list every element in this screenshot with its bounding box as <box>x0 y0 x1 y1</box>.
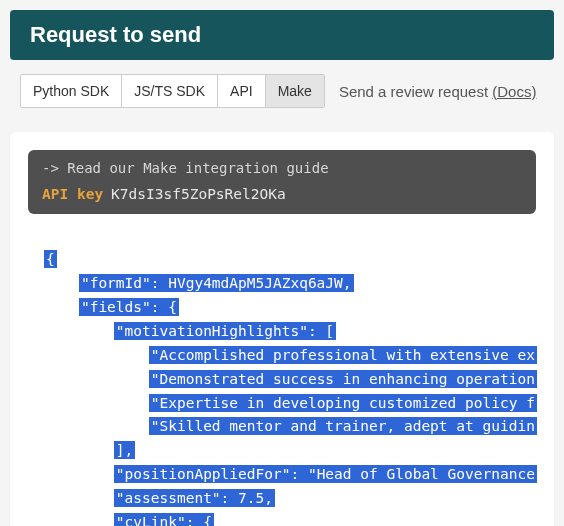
code-line: "cvLink": { <box>44 511 554 526</box>
code-line: "formId": HVgy4mdApM5JAZxq6aJW, <box>44 272 554 296</box>
code-highlight: "formId": HVgy4mdApM5JAZxq6aJW, <box>79 274 354 292</box>
panel-title: Request to send <box>30 22 201 47</box>
code-highlight: "Accomplished professional with extensiv… <box>149 346 537 364</box>
request-panel: -> Read our Make integration guide API k… <box>10 132 554 526</box>
code-line: "Accomplished professional with extensiv… <box>44 344 554 368</box>
code-highlight: ], <box>114 441 135 459</box>
api-key-bar: API keyK7dsI3sf5ZoPsRel2OKa <box>28 180 536 214</box>
code-highlight: "Demonstrated success in enhancing opera… <box>149 370 537 388</box>
code-highlight: "assessment": 7.5, <box>114 489 275 507</box>
code-highlight: "Expertise in developing customized poli… <box>149 394 537 412</box>
code-highlight: "Skilled mentor and trainer, adept at gu… <box>149 417 537 435</box>
code-highlight: "fields": { <box>79 298 179 316</box>
code-highlight: "cvLink": { <box>114 513 214 526</box>
tab-make[interactable]: Make <box>266 75 324 107</box>
code-line: "positionAppliedFor": "Head of Global Go… <box>44 463 554 487</box>
panel-header: Request to send <box>10 10 554 60</box>
code-line: "Expertise in developing customized poli… <box>44 392 554 416</box>
tab-python-sdk[interactable]: Python SDK <box>21 75 122 107</box>
code-line: ], <box>44 439 554 463</box>
code-line: "assessment": 7.5, <box>44 487 554 511</box>
code-highlight: { <box>44 250 57 268</box>
tab-js-ts-sdk[interactable]: JS/TS SDK <box>122 75 218 107</box>
code-line: { <box>44 248 554 272</box>
review-note-text: Send a review request <box>339 83 492 100</box>
review-note: Send a review request (Docs) <box>339 83 537 100</box>
integration-guide-bar[interactable]: -> Read our Make integration guide <box>28 150 536 180</box>
docs-link[interactable]: (Docs) <box>492 83 536 100</box>
code-line: "Demonstrated success in enhancing opera… <box>44 368 554 392</box>
code-highlight: "positionAppliedFor": "Head of Global Go… <box>114 465 537 483</box>
tab-api[interactable]: API <box>218 75 266 107</box>
api-key-label: API key <box>42 186 103 202</box>
api-key-value[interactable]: K7dsI3sf5ZoPsRel2OKa <box>111 186 286 202</box>
code-highlight: "motivationHighlights": [ <box>114 322 336 340</box>
code-line: "Skilled mentor and trainer, adept at gu… <box>44 415 554 439</box>
code-block[interactable]: { "formId": HVgy4mdApM5JAZxq6aJW, "field… <box>28 238 554 526</box>
code-line: "fields": { <box>44 296 554 320</box>
code-line: "motivationHighlights": [ <box>44 320 554 344</box>
tab-group: Python SDKJS/TS SDKAPIMake <box>20 74 325 108</box>
tab-row: Python SDKJS/TS SDKAPIMake Send a review… <box>10 60 554 114</box>
integration-guide-text: -> Read our Make integration guide <box>42 160 329 176</box>
